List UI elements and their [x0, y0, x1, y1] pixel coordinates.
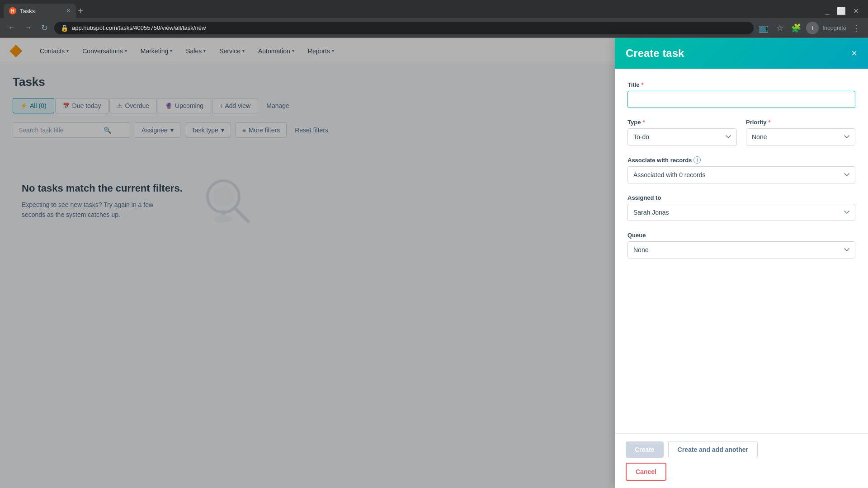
- panel-footer: Create Create and add another Cancel: [615, 433, 868, 488]
- back-button[interactable]: ←: [5, 22, 18, 34]
- priority-col: Priority * None Low Medium High: [746, 119, 855, 145]
- type-select[interactable]: To-do Call Email: [627, 128, 737, 145]
- cancel-button[interactable]: Cancel: [626, 463, 666, 481]
- associate-records-group: Associate with records i Associated with…: [627, 156, 855, 183]
- tab-title: Tasks: [20, 8, 63, 14]
- priority-required: *: [769, 119, 771, 126]
- forward-button[interactable]: →: [22, 22, 34, 34]
- minimize-button[interactable]: ⎯: [825, 7, 830, 15]
- restore-button[interactable]: ⬜: [837, 7, 846, 15]
- panel-close-button[interactable]: ×: [851, 47, 857, 59]
- type-required: *: [642, 119, 645, 126]
- incognito-label: Incognito: [822, 24, 846, 31]
- title-field-group: Title *: [627, 81, 855, 108]
- title-label: Title *: [627, 81, 855, 88]
- queue-group: Queue None: [627, 232, 855, 258]
- create-button[interactable]: Create: [626, 441, 664, 458]
- new-tab-button[interactable]: +: [78, 6, 83, 16]
- priority-select[interactable]: None Low Medium High: [746, 128, 855, 145]
- assigned-to-group: Assigned to Sarah Jonas: [627, 194, 855, 221]
- secondary-actions-row: Cancel: [626, 463, 857, 481]
- tab-close-button[interactable]: ×: [66, 7, 71, 15]
- profile-icon[interactable]: I: [806, 22, 819, 34]
- queue-select[interactable]: None: [627, 241, 855, 258]
- type-col: Type * To-do Call Email: [627, 119, 737, 145]
- panel-body: Title * Type * To-do Call Email: [615, 69, 868, 433]
- bookmark-icon[interactable]: ☆: [774, 22, 786, 34]
- extensions-icon[interactable]: 🧩: [790, 22, 802, 34]
- browser-tab[interactable]: H Tasks ×: [4, 4, 76, 18]
- panel-header: Create task ×: [615, 38, 868, 69]
- title-input[interactable]: [627, 91, 855, 108]
- priority-label: Priority *: [746, 119, 855, 126]
- assigned-to-select[interactable]: Sarah Jonas: [627, 204, 855, 221]
- title-required: *: [642, 81, 644, 88]
- type-priority-row: Type * To-do Call Email Priority *: [627, 119, 855, 145]
- url-text: app.hubspot.com/tasks/40055750/view/all/…: [72, 24, 206, 31]
- associate-select[interactable]: Associated with 0 records: [627, 166, 855, 183]
- close-window-button[interactable]: ✕: [853, 7, 859, 15]
- create-add-another-button[interactable]: Create and add another: [668, 441, 758, 458]
- menu-icon[interactable]: ⋮: [850, 22, 863, 34]
- assigned-to-label: Assigned to: [627, 194, 855, 201]
- primary-actions-row: Create Create and add another: [626, 441, 857, 458]
- queue-label: Queue: [627, 232, 855, 239]
- panel-title: Create task: [626, 47, 684, 60]
- reload-button[interactable]: ↻: [38, 22, 51, 34]
- profile-avatar[interactable]: I: [806, 22, 819, 34]
- type-label: Type *: [627, 119, 737, 126]
- address-bar[interactable]: 🔒 app.hubspot.com/tasks/40055750/view/al…: [54, 22, 754, 34]
- associate-info-icon[interactable]: i: [693, 156, 701, 164]
- create-task-panel: Create task × Title * Type *: [615, 38, 868, 488]
- tab-favicon: H: [9, 7, 16, 14]
- cast-icon[interactable]: 📺: [757, 22, 770, 34]
- associate-label: Associate with records i: [627, 156, 855, 164]
